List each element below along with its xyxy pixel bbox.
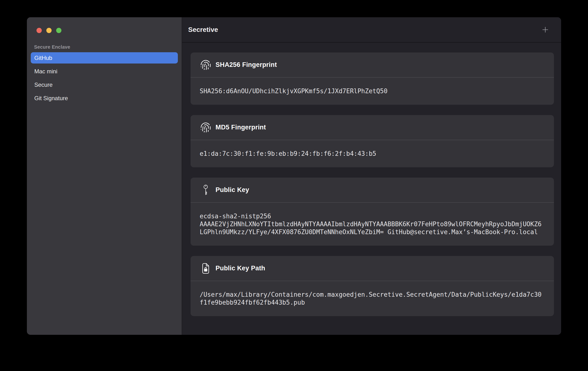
sidebar-item-git-signature[interactable]: Git Signature	[31, 92, 178, 104]
md5-fingerprint-card: MD5 Fingerprint e1:da:7c:30:f1:fe:9b:eb:…	[190, 115, 554, 167]
public-key-card: Public Key ecdsa-sha2-nistp256 AAAAE2VjZ…	[190, 178, 554, 246]
minimize-button[interactable]	[46, 28, 52, 33]
card-title: MD5 Fingerprint	[216, 124, 266, 131]
traffic-lights	[27, 28, 182, 33]
main-header: Secretive	[182, 17, 561, 43]
sidebar: Secure Enclave GitHub Mac mini Secure Gi…	[27, 17, 182, 335]
card-title: SHA256 Fingerprint	[216, 61, 277, 69]
main-pane: Secretive	[182, 17, 561, 335]
card-header: Public Key	[190, 178, 554, 203]
sidebar-item-github[interactable]: GitHub	[31, 52, 178, 63]
add-secret-button[interactable]	[540, 25, 550, 34]
sidebar-item-mac-mini[interactable]: Mac mini	[31, 66, 178, 77]
sha256-fingerprint-card: SHA256 Fingerprint SHA256:d6AnOU/UDhcihZ…	[190, 52, 554, 105]
plus-icon	[541, 26, 549, 34]
window-title: Secretive	[188, 26, 218, 34]
sha256-fingerprint-value: SHA256:d6AnOU/UDhcihZlkjvXGPKmf5s/1JXd7E…	[190, 78, 554, 105]
zoom-button[interactable]	[56, 28, 62, 33]
sidebar-list: GitHub Mac mini Secure Git Signature	[31, 52, 178, 104]
secret-detail-content: SHA256 Fingerprint SHA256:d6AnOU/UDhcihZ…	[182, 43, 561, 326]
public-key-path-value: /Users/max/Library/Containers/com.maxgoe…	[190, 281, 554, 316]
sidebar-item-label: Secure	[34, 81, 52, 88]
sidebar-item-secure[interactable]: Secure	[31, 79, 178, 90]
public-key-value: ecdsa-sha2-nistp256 AAAAE2VjZHNhLXNoYTIt…	[190, 203, 554, 246]
key-icon	[200, 184, 212, 196]
app-window: Secure Enclave GitHub Mac mini Secure Gi…	[27, 17, 561, 335]
card-header: SHA256 Fingerprint	[190, 52, 554, 78]
close-button[interactable]	[36, 28, 42, 33]
sidebar-item-label: GitHub	[34, 55, 52, 61]
card-header: MD5 Fingerprint	[190, 115, 554, 140]
sidebar-item-label: Mac mini	[34, 68, 57, 75]
md5-fingerprint-value: e1:da:7c:30:f1:fe:9b:eb:b9:24:fb:f6:2f:b…	[190, 140, 554, 167]
lock-doc-icon	[200, 263, 212, 274]
card-title: Public Key Path	[216, 265, 265, 272]
sidebar-item-label: Git Signature	[34, 95, 68, 102]
card-title: Public Key	[216, 186, 249, 194]
sidebar-section-label: Secure Enclave	[34, 44, 182, 50]
fingerprint-icon	[200, 122, 212, 133]
card-header: Public Key Path	[190, 256, 554, 281]
public-key-path-card: Public Key Path /Users/max/Library/Conta…	[190, 256, 554, 316]
fingerprint-icon	[200, 60, 212, 70]
